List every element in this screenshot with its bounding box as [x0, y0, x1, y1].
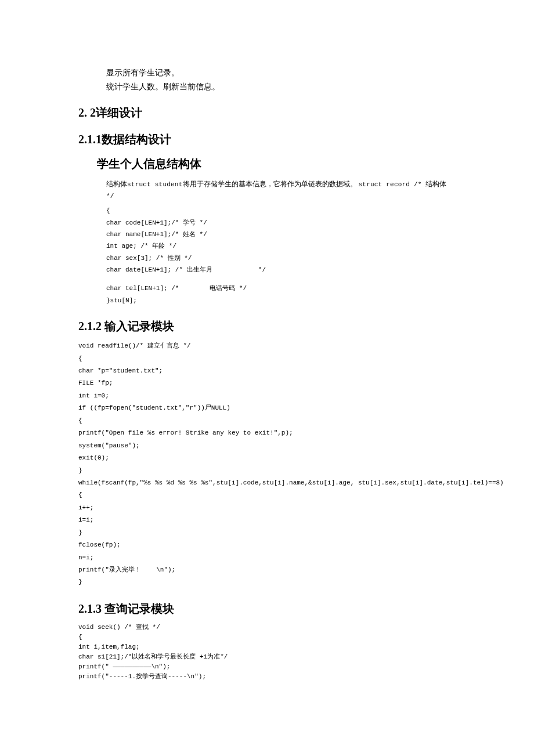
- struct-desc-code-2: struct record /*: [359, 181, 426, 188]
- struct-code-line-2: char name[LEN+1];/* 姓名 */: [78, 229, 456, 240]
- struct-code-line-3: int age; /* 年龄 */: [78, 240, 456, 252]
- heading-2-2: 2. 2详细设计: [78, 103, 456, 122]
- struct-code-line-1: char code[LEN+1];/* 学号 */: [78, 217, 456, 229]
- struct-desc-mid: 将用于存储学生的基本信息，它将作为单链表的数据域。: [183, 180, 359, 188]
- heading-2-1-3: 2.1.3 查询记录模块: [78, 599, 456, 618]
- struct-code-line-0: {: [78, 205, 456, 216]
- struct-code-line-8: }stu[N];: [78, 295, 456, 306]
- struct-code-line-5: char date[LEN+1]; /* 出生年月 */: [78, 264, 456, 276]
- struct-code-line-7: char tel[LEN+1]; /* 电话号码 */: [78, 283, 456, 294]
- struct-code-line-4: char sex[3]; /* 性别 */: [78, 252, 456, 264]
- struct-desc: 结构体struct student将用于存储学生的基本信息，它将作为单链表的数据…: [78, 179, 456, 201]
- struct-desc-prefix: 结构体: [106, 180, 127, 188]
- heading-struct-title: 学生个人信息结构体: [78, 154, 456, 173]
- readfile-code: void readfile()/* 建立亻言息 */ { char *p="st…: [78, 340, 456, 589]
- seek-code: void seek() /* 查找 */ { int i,item,flag; …: [78, 623, 456, 682]
- heading-2-1-1: 2.1.1数据结构设计: [78, 130, 456, 149]
- heading-2-1-2: 2.1.2 输入记录模块: [78, 317, 456, 335]
- intro-line-1: 显示所有学生记录。: [78, 67, 456, 79]
- intro-line-2: 统计学生人数。刷新当前信息。: [78, 81, 456, 93]
- struct-desc-code-1: struct student: [127, 181, 183, 188]
- struct-desc-code-3: */: [106, 193, 114, 200]
- struct-desc-suffix: 结构体: [425, 180, 446, 188]
